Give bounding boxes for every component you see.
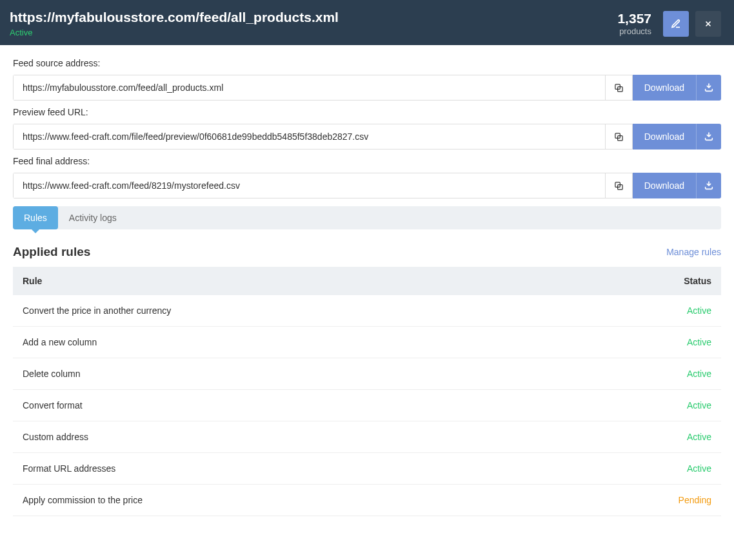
- tab-activity-logs[interactable]: Activity logs: [58, 206, 128, 229]
- rule-status: Pending: [679, 495, 711, 505]
- source-download-button[interactable]: Download: [633, 75, 697, 101]
- download-icon: [704, 180, 714, 191]
- table-row[interactable]: Add a new columnActive: [13, 327, 721, 358]
- source-input[interactable]: [13, 75, 606, 101]
- final-copy-button[interactable]: [606, 173, 633, 198]
- copy-icon: [614, 83, 624, 93]
- tab-rules[interactable]: Rules: [13, 206, 58, 229]
- download-icon: [704, 82, 714, 93]
- table-row[interactable]: Custom addressActive: [13, 421, 721, 453]
- preview-input[interactable]: [13, 124, 606, 150]
- source-label: Feed source address:: [13, 58, 721, 68]
- table-row[interactable]: Delete columnActive: [13, 358, 721, 390]
- rule-name: Convert format: [23, 400, 83, 410]
- rule-name: Delete column: [23, 369, 81, 379]
- rule-name: Add a new column: [23, 337, 97, 347]
- close-icon: [704, 19, 713, 28]
- download-icon: [704, 131, 714, 142]
- rule-status: Active: [687, 400, 711, 410]
- copy-icon: [614, 132, 624, 142]
- rule-name: Convert the price in another currency: [23, 305, 171, 316]
- column-header-rule: Rule: [23, 276, 42, 286]
- products-count: 1,357: [617, 11, 651, 26]
- page-title: https://myfabulousstore.com/feed/all_pro…: [10, 10, 339, 25]
- table-row[interactable]: Convert formatActive: [13, 390, 721, 421]
- feed-status: Active: [10, 28, 339, 37]
- rule-status: Active: [687, 369, 711, 379]
- rule-name: Apply commission to the price: [23, 495, 143, 505]
- rule-status: Active: [687, 337, 711, 347]
- source-download-icon-button[interactable]: [697, 75, 721, 101]
- preview-copy-button[interactable]: [606, 124, 633, 150]
- rule-status: Active: [687, 463, 711, 474]
- products-label: products: [617, 26, 651, 36]
- preview-download-icon-button[interactable]: [697, 124, 721, 150]
- final-label: Feed final address:: [13, 156, 721, 166]
- rule-name: Format URL addresses: [23, 463, 115, 474]
- final-input[interactable]: [13, 173, 606, 198]
- table-row[interactable]: Apply commission to the pricePending: [13, 485, 721, 516]
- pencil-icon: [671, 19, 681, 29]
- applied-rules-title: Applied rules: [13, 245, 90, 259]
- rule-name: Custom address: [23, 432, 88, 442]
- manage-rules-link[interactable]: Manage rules: [666, 247, 721, 257]
- close-button[interactable]: [695, 11, 721, 37]
- edit-button[interactable]: [663, 11, 689, 37]
- table-row[interactable]: Format URL addressesActive: [13, 453, 721, 485]
- column-header-status: Status: [684, 276, 711, 286]
- preview-download-button[interactable]: Download: [633, 124, 697, 150]
- table-row[interactable]: Convert the price in another currencyAct…: [13, 295, 721, 327]
- products-summary: 1,357 products: [617, 11, 651, 35]
- source-copy-button[interactable]: [606, 75, 633, 101]
- rule-status: Active: [687, 432, 711, 442]
- final-download-icon-button[interactable]: [697, 173, 721, 198]
- preview-label: Preview feed URL:: [13, 107, 721, 117]
- rule-status: Active: [687, 305, 711, 316]
- final-download-button[interactable]: Download: [633, 173, 697, 198]
- copy-icon: [614, 181, 624, 191]
